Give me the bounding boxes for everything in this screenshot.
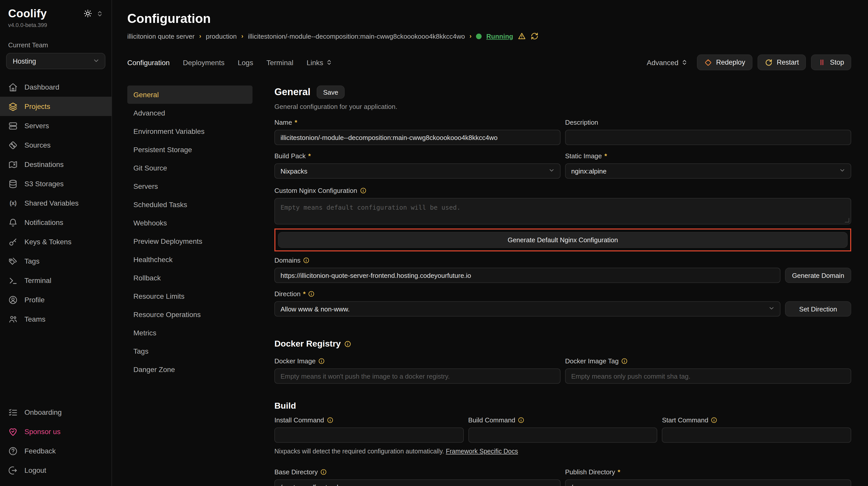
info-icon[interactable] — [344, 341, 351, 348]
config-nav-tags[interactable]: Tags — [127, 342, 252, 360]
sidebar-item-profile[interactable]: Profile — [0, 290, 112, 310]
sidebar-item-terminal[interactable]: Terminal — [0, 271, 112, 290]
info-icon[interactable] — [518, 417, 524, 423]
info-icon[interactable] — [308, 291, 315, 297]
breadcrumb-environment[interactable]: production — [206, 32, 237, 40]
theme-sun-icon[interactable] — [84, 9, 92, 18]
config-nav-persistent-storage[interactable]: Persistent Storage — [127, 140, 252, 159]
chevrons-up-down-icon — [326, 59, 333, 66]
config-nav-git-source[interactable]: Git Source — [127, 159, 252, 177]
tab-deployments[interactable]: Deployments — [183, 58, 224, 66]
info-icon[interactable] — [303, 257, 310, 264]
restart-button[interactable]: Restart — [757, 55, 806, 70]
generate-domain-button[interactable]: Generate Domain — [785, 268, 851, 283]
info-icon[interactable] — [621, 358, 628, 364]
build-section-title: Build — [274, 401, 296, 411]
info-icon[interactable] — [320, 469, 327, 475]
sidebar-item-shared-variables[interactable]: (x) Shared Variables — [0, 193, 112, 213]
sidebar-item-label: Teams — [25, 315, 45, 323]
tab-terminal[interactable]: Terminal — [267, 58, 293, 66]
config-nav-metrics[interactable]: Metrics — [127, 324, 252, 342]
config-nav-danger-zone[interactable]: Danger Zone — [127, 360, 252, 379]
tab-configuration[interactable]: Configuration — [127, 58, 170, 66]
nginx-config-textarea[interactable]: Empty means default configuration will b… — [274, 198, 851, 224]
sidebar-collapse-icon[interactable] — [96, 10, 103, 17]
config-nav-preview-deployments[interactable]: Preview Deployments — [127, 232, 252, 250]
restart-label: Restart — [777, 59, 799, 66]
redeploy-icon — [704, 58, 712, 66]
direction-select[interactable]: Allow www & non-www. — [274, 301, 780, 317]
build-command-input[interactable] — [468, 427, 657, 443]
sidebar-item-teams[interactable]: Teams — [0, 310, 112, 329]
users-icon — [8, 314, 18, 324]
domains-input[interactable] — [274, 268, 780, 283]
sidebar: Coolify v4.0.0-beta.399 Current Team Hos… — [0, 0, 112, 486]
docker-image-input[interactable] — [274, 368, 560, 384]
sidebar-item-servers[interactable]: Servers — [0, 116, 112, 135]
config-nav-scheduled-tasks[interactable]: Scheduled Tasks — [127, 195, 252, 214]
sidebar-item-destinations[interactable]: Destinations — [0, 155, 112, 174]
base-directory-input[interactable] — [274, 479, 560, 486]
docker-image-tag-input[interactable] — [565, 368, 851, 384]
start-command-input[interactable] — [662, 427, 851, 443]
status-badge[interactable]: Running — [487, 32, 513, 40]
config-nav-general[interactable]: General — [127, 86, 252, 104]
framework-docs-link[interactable]: Framework Specific Docs — [446, 448, 518, 455]
sidebar-item-notifications[interactable]: Notifications — [0, 213, 112, 232]
sidebar-item-label: Feedback — [25, 447, 56, 455]
chevron-right-icon: › — [470, 33, 472, 40]
config-nav-webhooks[interactable]: Webhooks — [127, 214, 252, 232]
config-nav-rollback[interactable]: Rollback — [127, 269, 252, 287]
info-icon[interactable] — [711, 417, 718, 423]
breadcrumb: illicitonion quote server › production ›… — [127, 32, 851, 40]
chevron-right-icon: › — [199, 33, 201, 40]
tab-logs[interactable]: Logs — [238, 58, 253, 66]
config-nav-resource-operations[interactable]: Resource Operations — [127, 305, 252, 324]
info-icon[interactable] — [318, 358, 325, 364]
info-icon[interactable] — [360, 187, 366, 194]
annotation-highlight-box: Generate Default Nginx Configuration — [274, 228, 851, 251]
save-button[interactable]: Save — [317, 86, 345, 99]
stop-button[interactable]: Stop — [811, 55, 851, 70]
sidebar-item-tags[interactable]: Tags — [0, 251, 112, 271]
set-direction-button[interactable]: Set Direction — [785, 301, 851, 317]
sidebar-item-projects[interactable]: Projects — [0, 97, 112, 116]
refresh-icon[interactable] — [530, 32, 538, 40]
breadcrumb-project[interactable]: illicitonion quote server — [127, 32, 194, 40]
build-pack-select[interactable]: Nixpacks — [274, 163, 560, 179]
sidebar-item-sources[interactable]: Sources — [0, 135, 112, 155]
warning-icon[interactable] — [518, 32, 526, 40]
redeploy-button[interactable]: Redeploy — [697, 55, 752, 70]
docker-image-tag-label: Docker Image Tag — [565, 357, 619, 365]
sidebar-item-feedback[interactable]: Feedback — [0, 441, 112, 460]
tab-links[interactable]: Links — [307, 58, 333, 66]
sidebar-item-dashboard[interactable]: Dashboard — [0, 77, 112, 97]
info-icon[interactable] — [327, 417, 333, 423]
team-select[interactable]: Hosting — [6, 53, 105, 69]
sidebar-item-sponsor[interactable]: Sponsor us — [0, 422, 112, 441]
static-image-select[interactable]: nginx:alpine — [565, 163, 851, 179]
name-input[interactable] — [274, 130, 560, 145]
config-nav-resource-limits[interactable]: Resource Limits — [127, 287, 252, 305]
sidebar-item-onboarding[interactable]: Onboarding — [0, 402, 112, 422]
config-nav-environment-variables[interactable]: Environment Variables — [127, 122, 252, 140]
nixpacks-note: Nixpacks will detect the required config… — [274, 448, 851, 455]
sidebar-item-logout[interactable]: Logout — [0, 460, 112, 480]
advanced-dropdown[interactable]: Advanced — [647, 58, 688, 66]
generate-nginx-config-button[interactable]: Generate Default Nginx Configuration — [278, 232, 848, 248]
app-version: v4.0.0-beta.399 — [0, 22, 112, 28]
description-input[interactable] — [565, 130, 851, 145]
sidebar-item-keys-tokens[interactable]: Keys & Tokens — [0, 232, 112, 251]
publish-directory-input[interactable] — [565, 479, 851, 486]
resize-handle[interactable] — [845, 218, 849, 222]
home-icon — [8, 82, 18, 92]
breadcrumb-application[interactable]: illicitestonion/-module--decomposition:m… — [248, 32, 465, 40]
config-nav-servers[interactable]: Servers — [127, 177, 252, 195]
config-nav-healthcheck[interactable]: Healthcheck — [127, 250, 252, 269]
pause-icon — [818, 59, 826, 66]
docker-registry-title: Docker Registry — [274, 339, 341, 349]
install-command-input[interactable] — [274, 427, 464, 443]
config-nav-advanced[interactable]: Advanced — [127, 104, 252, 122]
tags-icon — [8, 256, 18, 266]
sidebar-item-s3-storages[interactable]: S3 Storages — [0, 174, 112, 193]
